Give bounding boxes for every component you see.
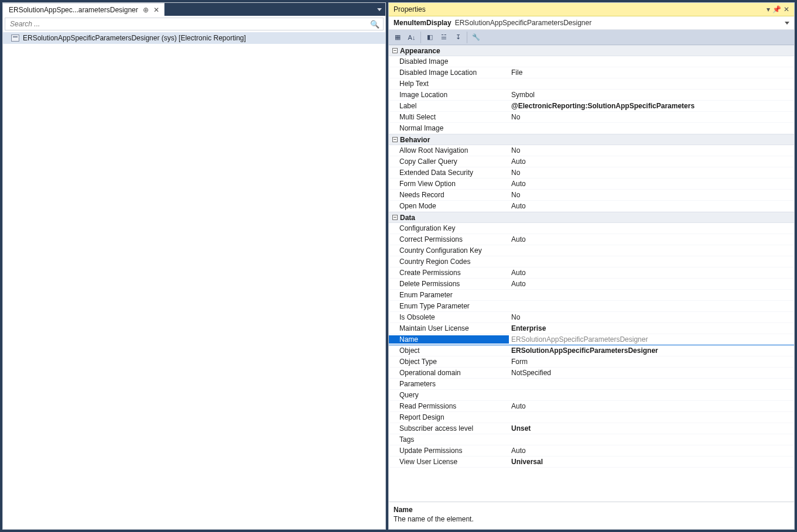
property-value[interactable]: Auto — [509, 180, 794, 188]
collapse-icon[interactable]: − — [392, 137, 398, 142]
property-value[interactable]: ERSolutionAppSpecificParametersDesigner — [509, 335, 794, 344]
property-value[interactable]: Auto — [509, 269, 794, 277]
property-row[interactable]: Parameters — [389, 379, 794, 390]
property-value[interactable]: Auto — [509, 280, 794, 288]
property-value[interactable]: Auto — [509, 447, 794, 455]
property-row[interactable]: Image LocationSymbol — [389, 90, 794, 101]
property-row[interactable]: ObjectERSolutionAppSpecificParametersDes… — [389, 345, 794, 356]
property-row[interactable]: Query — [389, 390, 794, 401]
wrench-icon[interactable]: 🔧 — [470, 32, 483, 43]
property-row[interactable]: Update PermissionsAuto — [389, 445, 794, 457]
property-value[interactable]: Form — [509, 358, 794, 366]
property-pages-icon[interactable]: ◧ — [423, 32, 436, 43]
property-row[interactable]: Report Design — [389, 412, 794, 423]
property-key: Correct Permissions — [389, 235, 509, 243]
property-key: Object — [389, 346, 509, 355]
alphabetical-icon[interactable]: A↓ — [405, 32, 418, 43]
property-row[interactable]: View User LicenseUniversal — [389, 457, 794, 468]
close-icon[interactable]: ✕ — [784, 5, 789, 13]
property-key: Normal Image — [389, 124, 509, 132]
window-dropdown-icon[interactable]: ▾ — [767, 5, 770, 13]
description-pane: Name The name of the element. — [389, 502, 794, 529]
property-row[interactable]: Country Configuration Key — [389, 245, 794, 256]
property-row[interactable]: Normal Image — [389, 123, 794, 134]
property-row[interactable]: Disabled Image — [389, 56, 794, 67]
property-key: Read Permissions — [389, 402, 509, 410]
property-row[interactable]: Copy Caller QueryAuto — [389, 156, 794, 167]
tab-active[interactable]: ERSolutionAppSpec...arametersDesigner ⊕ … — [3, 3, 165, 16]
property-row[interactable]: Help Text — [389, 78, 794, 90]
property-row[interactable]: NameERSolutionAppSpecificParametersDesig… — [389, 334, 794, 345]
object-header[interactable]: MenuItemDisplay ERSolutionAppSpecificPar… — [389, 16, 794, 30]
property-value[interactable]: @ElectronicReporting:SolutionAppSpecific… — [509, 102, 794, 110]
close-icon[interactable]: ✕ — [153, 6, 159, 14]
property-key: Copy Caller Query — [389, 157, 509, 166]
property-row[interactable]: Label@ElectronicReporting:SolutionAppSpe… — [389, 101, 794, 112]
property-row[interactable]: Open ModeAuto — [389, 201, 794, 212]
property-row[interactable]: Object TypeForm — [389, 356, 794, 368]
pin-icon[interactable]: 📌 — [772, 5, 781, 13]
category-header[interactable]: −Appearance — [389, 45, 794, 56]
property-row[interactable]: Subscriber access levelUnset — [389, 423, 794, 434]
property-value[interactable]: NotSpecified — [509, 369, 794, 377]
properties-pane: Properties ▾ 📌 ✕ MenuItemDisplay ERSolut… — [388, 2, 795, 530]
property-key: Name — [389, 335, 509, 344]
property-value[interactable]: Auto — [509, 402, 794, 410]
property-key: Tags — [389, 435, 509, 444]
property-row[interactable]: Enum Type Parameter — [389, 301, 794, 312]
property-value[interactable]: Unset — [509, 424, 794, 433]
property-row[interactable]: Is ObsoleteNo — [389, 312, 794, 323]
sort-icon[interactable]: ↧ — [451, 32, 464, 43]
category-label: Appearance — [400, 47, 440, 55]
search-input[interactable] — [9, 19, 370, 29]
categorize-icon[interactable]: ▦ — [391, 32, 404, 43]
property-row[interactable]: Delete PermissionsAuto — [389, 279, 794, 290]
tab-overflow[interactable] — [165, 3, 385, 16]
property-row[interactable]: Needs RecordNo — [389, 190, 794, 201]
property-row[interactable]: Disabled Image LocationFile — [389, 67, 794, 78]
property-row[interactable]: Extended Data SecurityNo — [389, 167, 794, 179]
collapse-icon[interactable]: − — [392, 215, 398, 220]
property-row[interactable]: Operational domainNotSpecified — [389, 368, 794, 379]
property-row[interactable]: Configuration Key — [389, 223, 794, 234]
property-row[interactable]: Country Region Codes — [389, 256, 794, 267]
search-icon[interactable]: 🔍 — [370, 20, 379, 29]
property-row[interactable]: Create PermissionsAuto — [389, 267, 794, 279]
category-header[interactable]: −Behavior — [389, 134, 794, 145]
property-value[interactable]: No — [509, 146, 794, 155]
property-key: Country Configuration Key — [389, 246, 509, 255]
property-row[interactable]: Correct PermissionsAuto — [389, 234, 794, 245]
events-icon[interactable]: ☱ — [437, 32, 450, 43]
property-value[interactable]: Auto — [509, 235, 794, 243]
property-value[interactable]: Universal — [509, 458, 794, 466]
property-value[interactable]: No — [509, 113, 794, 121]
tree-root-item[interactable]: ERSolutionAppSpecificParametersDesigner … — [3, 32, 385, 44]
chevron-down-icon — [377, 8, 382, 11]
property-value[interactable]: Auto — [509, 157, 794, 166]
property-row[interactable]: Read PermissionsAuto — [389, 401, 794, 412]
object-name: ERSolutionAppSpecificParametersDesigner — [455, 19, 591, 27]
property-key: Create Permissions — [389, 269, 509, 277]
category-label: Behavior — [400, 136, 430, 144]
property-row[interactable]: Form View OptionAuto — [389, 179, 794, 190]
property-key: Operational domain — [389, 369, 509, 377]
pin-icon[interactable]: ⊕ — [143, 6, 149, 14]
category-header[interactable]: −Data — [389, 212, 794, 223]
property-row[interactable]: Allow Root NavigationNo — [389, 145, 794, 156]
property-value[interactable]: No — [509, 169, 794, 177]
property-value[interactable]: File — [509, 68, 794, 77]
property-row[interactable]: Multi SelectNo — [389, 112, 794, 123]
property-value[interactable]: Symbol — [509, 91, 794, 99]
property-row[interactable]: Maintain User LicenseEnterprise — [389, 323, 794, 334]
property-key: Delete Permissions — [389, 280, 509, 288]
property-row[interactable]: Tags — [389, 434, 794, 445]
property-value[interactable]: No — [509, 313, 794, 321]
separator — [420, 32, 421, 43]
property-key: Disabled Image Location — [389, 68, 509, 77]
property-row[interactable]: Enum Parameter — [389, 290, 794, 301]
property-value[interactable]: Auto — [509, 202, 794, 210]
property-value[interactable]: Enterprise — [509, 324, 794, 332]
property-value[interactable]: ERSolutionAppSpecificParametersDesigner — [509, 346, 794, 355]
collapse-icon[interactable]: − — [392, 48, 398, 53]
property-value[interactable]: No — [509, 191, 794, 199]
